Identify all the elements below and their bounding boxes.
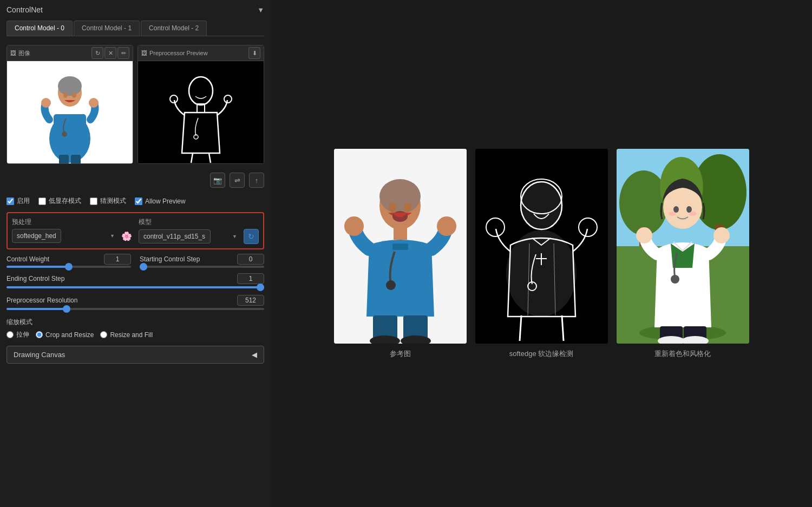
guess-mode-checkbox-item[interactable]: 猜测模式: [90, 196, 126, 206]
ending-step-label: Ending Control Step: [6, 275, 64, 282]
low-vram-checkbox[interactable]: [38, 197, 46, 205]
enable-checkbox-item[interactable]: 启用: [6, 196, 30, 206]
source-image-header: 🖼 图像 ↻ ✕ ✏: [7, 45, 133, 61]
zoom-stretch-radio[interactable]: [6, 331, 14, 338]
enable-checkbox[interactable]: [6, 197, 14, 205]
gallery-softedge-caption: softedge 软边缘检测: [509, 349, 574, 359]
zoom-mode-radio-row: 拉伸 Crop and Resize Resize and Fill: [6, 330, 264, 339]
svg-point-23: [389, 202, 396, 212]
svg-point-4: [63, 93, 68, 98]
ending-step-value[interactable]: 1: [237, 273, 264, 284]
ending-step-group: Ending Control Step 1: [6, 272, 264, 289]
preprocess-res-value[interactable]: 512: [237, 295, 264, 306]
pm-labels-row: 预处理 softedge_hed 🌸 模型 control_v11p_sd15_: [12, 218, 259, 244]
model-label: 模型: [139, 218, 259, 227]
model-refresh-btn[interactable]: ↻: [244, 229, 259, 244]
tab-control-model-0[interactable]: Control Model - 0: [6, 21, 73, 36]
svg-point-57: [686, 206, 692, 213]
gallery-anime-caption: 重新着色和风格化: [654, 349, 711, 359]
zoom-crop-radio[interactable]: [36, 331, 43, 338]
allow-preview-checkbox[interactable]: [135, 197, 142, 205]
zoom-mode-section: 缩放模式 拉伸 Crop and Resize Resize and Fill: [6, 315, 264, 341]
preview-icon: 🖼: [141, 50, 147, 56]
svg-point-3: [58, 76, 82, 96]
gallery-item-reference: 参考图: [334, 149, 467, 359]
sketch-figure-svg: [166, 61, 236, 164]
control-weight-group: Control Weight 1: [6, 254, 131, 268]
tab-control-model-2[interactable]: Control Model - 2: [141, 21, 207, 36]
gallery-sketch-img: [475, 149, 608, 344]
low-vram-label: 低显存模式: [49, 196, 81, 206]
drawing-canvas-label: Drawing Canvas: [14, 351, 65, 359]
gallery-nurse-svg: [334, 149, 467, 344]
image-icon: 🖼: [10, 50, 16, 56]
tab-control-model-1[interactable]: Control Model - 1: [74, 21, 140, 36]
swap-btn[interactable]: ⇌: [230, 173, 245, 188]
tabs: Control Model - 0 Control Model - 1 Cont…: [6, 21, 264, 36]
allow-preview-label: Allow Preview: [145, 197, 186, 205]
gallery-item-softedge: softedge 软边缘检测: [475, 149, 608, 359]
guess-mode-label: 猜测模式: [100, 196, 126, 206]
model-select-wrapper: control_v11p_sd15_s: [139, 229, 240, 243]
preprocess-res-row: Preprocessor Resolution 512: [6, 295, 264, 306]
gallery-reference-img: [334, 149, 467, 344]
svg-rect-10: [59, 155, 69, 164]
svg-rect-26: [392, 243, 408, 250]
ending-step-row: Ending Control Step 1: [6, 273, 264, 284]
svg-point-9: [89, 98, 99, 108]
enable-label: 启用: [17, 196, 30, 206]
download-preview-btn[interactable]: ⬇: [248, 47, 260, 59]
gallery-anime-svg: [617, 149, 749, 344]
panel-title: ControlNet: [6, 5, 43, 14]
ending-step-slider[interactable]: [6, 286, 264, 288]
drawing-canvas-icon: ◀: [252, 351, 257, 359]
allow-preview-checkbox-item[interactable]: Allow Preview: [135, 197, 186, 205]
weight-start-sliders: Control Weight 1 Starting Control Step 0: [6, 254, 264, 268]
preprocessor-col: 预处理 softedge_hed 🌸: [12, 218, 132, 244]
low-vram-checkbox-item[interactable]: 低显存模式: [38, 196, 81, 206]
up-btn[interactable]: ↑: [249, 173, 264, 188]
svg-rect-25: [394, 228, 407, 240]
svg-point-29: [437, 216, 456, 236]
zoom-stretch-item[interactable]: 拉伸: [6, 330, 29, 339]
zoom-mode-label: 缩放模式: [6, 318, 264, 327]
preprocess-res-slider[interactable]: [6, 308, 264, 310]
svg-point-62: [713, 227, 730, 243]
svg-point-60: [671, 275, 679, 284]
starting-step-label: Starting Control Step: [140, 255, 200, 263]
edit-image-btn[interactable]: ✏: [117, 47, 129, 59]
svg-point-7: [62, 131, 67, 137]
svg-rect-11: [71, 155, 81, 164]
preprocess-res-label: Preprocessor Resolution: [6, 297, 77, 304]
nurse-figure-svg: [35, 61, 105, 164]
svg-point-56: [673, 206, 679, 213]
svg-point-59: [689, 212, 697, 216]
close-image-btn[interactable]: ✕: [104, 47, 116, 59]
zoom-crop-label: Crop and Resize: [45, 331, 94, 339]
source-image-box: 🖼 图像 ↻ ✕ ✏: [6, 45, 133, 164]
panel-header: ControlNet ▼: [6, 5, 264, 14]
guess-mode-checkbox[interactable]: [90, 197, 97, 205]
svg-rect-6: [54, 114, 86, 144]
preview-image-content: [138, 61, 264, 164]
fire-icon: 🌸: [121, 231, 132, 241]
zoom-fill-radio[interactable]: [100, 331, 107, 338]
controls-row: 📷 ⇌ ↑: [6, 170, 264, 190]
camera-btn[interactable]: 📷: [210, 173, 225, 188]
image-row: 🖼 图像 ↻ ✕ ✏: [6, 45, 264, 164]
control-weight-slider[interactable]: [6, 266, 131, 268]
svg-point-24: [404, 202, 411, 212]
refresh-image-btn[interactable]: ↻: [91, 47, 103, 59]
zoom-fill-item[interactable]: Resize and Fill: [100, 331, 153, 339]
preprocessor-preview-box: 🖼 Preprocessor Preview ⬇: [137, 45, 264, 164]
gallery-item-anime: 重新着色和风格化: [617, 149, 749, 359]
model-select[interactable]: control_v11p_sd15_s: [139, 229, 211, 243]
collapse-icon[interactable]: ▼: [257, 6, 264, 14]
preview-image-label: 🖼 Preprocessor Preview: [141, 50, 208, 56]
starting-step-slider[interactable]: [140, 266, 264, 268]
drawing-canvas-btn[interactable]: Drawing Canvas ◀: [6, 346, 264, 364]
preprocessor-select[interactable]: softedge_hed: [12, 229, 61, 243]
zoom-crop-item[interactable]: Crop and Resize: [36, 331, 94, 339]
svg-point-28: [344, 216, 364, 236]
svg-point-22: [379, 179, 421, 214]
